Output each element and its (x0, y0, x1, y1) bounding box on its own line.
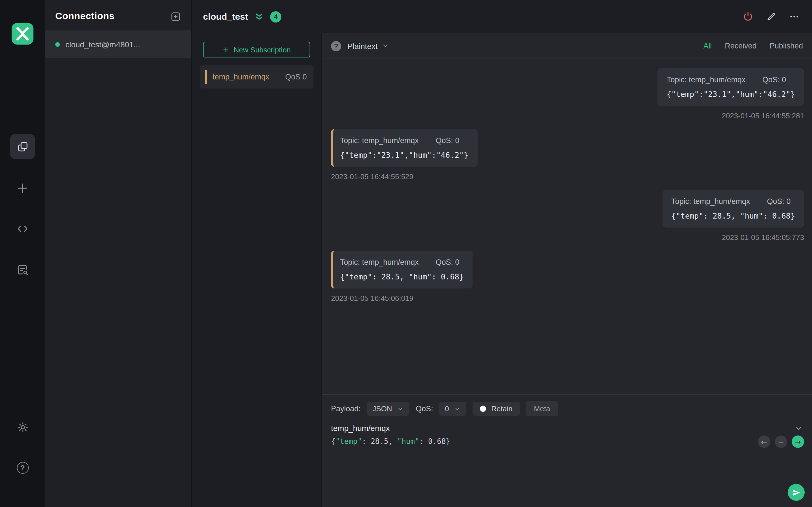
message-received: Topic: temp_hum/emqxQoS: 0{"temp":"23.1"… (331, 129, 804, 181)
send-button[interactable] (788, 484, 805, 501)
message-topic: Topic: temp_hum/emqx (671, 197, 750, 206)
power-icon (743, 11, 753, 22)
connections-icon (10, 134, 35, 159)
message-bubble[interactable]: Topic: temp_hum/emqxQoS: 0{"temp": 28.5,… (662, 190, 804, 228)
subscription-color-bar (205, 70, 207, 84)
message-qos: QoS: 0 (762, 75, 786, 84)
message-timestamp: 2023-01-05 16:44:55:281 (722, 112, 804, 120)
message-filters: AllReceivedPublished (703, 42, 803, 50)
chevron-down-icon (397, 405, 404, 412)
connection-name: cloud_test@m4801... (65, 40, 140, 49)
plus-square-icon (170, 11, 181, 22)
qos-label: QoS: (416, 404, 433, 413)
main-panel: cloud_test 4 Ne (192, 0, 812, 507)
add-connection-button[interactable] (170, 11, 181, 22)
message-qos: QoS: 0 (767, 197, 791, 206)
message-timestamp: 2023-01-05 16:45:06:019 (331, 294, 413, 302)
message-payload: {"temp": 28.5, "hum": 0.68} (671, 211, 795, 220)
connections-panel: Connections cloud_test@m4801... (45, 0, 192, 507)
payload-editor-content[interactable]: {"temp": 28.5, "hum": 0.68} (331, 437, 803, 446)
more-options-button[interactable] (789, 11, 800, 22)
filter-received[interactable]: Received (725, 42, 757, 50)
retain-toggle[interactable]: Retain (472, 402, 520, 416)
settings-gear-icon (17, 421, 29, 433)
connection-status-dot (55, 42, 60, 47)
history-prev-button[interactable]: ← (758, 436, 770, 448)
pencil-icon (766, 12, 776, 21)
subscription-topic: temp_hum/emqx (213, 73, 269, 81)
retain-dot-icon (480, 406, 486, 412)
payload-format-dropdown[interactable]: Plaintext (347, 41, 389, 50)
connection-header: cloud_test 4 (192, 0, 812, 33)
publish-panel: Payload: JSON QoS: 0 Retain (322, 394, 812, 507)
nav-new-connection[interactable] (0, 181, 45, 195)
connection-list: cloud_test@m4801... (45, 31, 191, 58)
message-bubble[interactable]: Topic: temp_hum/emqxQoS: 0{"temp": 28.5,… (331, 251, 473, 288)
message-payload: {"temp": 28.5, "hum": 0.68} (340, 272, 464, 281)
message-topic: Topic: temp_hum/emqx (667, 75, 746, 84)
plus-icon (16, 182, 29, 194)
message-count-badge: 4 (270, 11, 282, 22)
nav-script[interactable] (0, 222, 45, 235)
payload-help-icon[interactable]: ? (331, 41, 341, 51)
message-received: Topic: temp_hum/emqxQoS: 0{"temp": 28.5,… (331, 251, 804, 302)
mqttx-window: ? Connections cloud_test@m4801... cloud_… (0, 0, 812, 507)
filter-published[interactable]: Published (769, 42, 803, 50)
message-topic: Topic: temp_hum/emqx (340, 136, 419, 145)
message-topic: Topic: temp_hum/emqx (340, 258, 419, 267)
message-bubble[interactable]: Topic: temp_hum/emqxQoS: 0{"temp":"23.1"… (331, 129, 477, 167)
messages-area: ? Plaintext AllReceivedPublished Topic: … (322, 33, 812, 507)
payload-history-controls: ← − → (758, 436, 804, 448)
message-list: Topic: temp_hum/emqxQoS: 0{"temp":"23.1"… (322, 59, 812, 394)
subscriptions-column: New Subscription temp_hum/emqxQoS 0 (192, 33, 322, 507)
message-qos: QoS: 0 (436, 136, 459, 145)
message-published: Topic: temp_hum/emqxQoS: 0{"temp": 28.5,… (331, 190, 804, 242)
plus-icon (222, 46, 230, 53)
payload-label: Payload: (331, 404, 361, 413)
disconnect-button[interactable] (743, 11, 753, 22)
app-logo (0, 21, 45, 46)
code-icon (16, 223, 29, 235)
payload-format-select[interactable]: JSON (367, 402, 409, 416)
subscription-qos: QoS 0 (285, 73, 307, 81)
connection-title: cloud_test (203, 11, 248, 22)
filter-all[interactable]: All (703, 42, 712, 50)
message-payload: {"temp":"23.1","hum":"46.2"} (667, 90, 795, 99)
message-bubble[interactable]: Topic: temp_hum/emqxQoS: 0{"temp":"23.1"… (658, 68, 804, 106)
subscription-item[interactable]: temp_hum/emqxQoS 0 (200, 65, 313, 89)
icon-rail: ? (0, 0, 45, 507)
meta-button[interactable]: Meta (526, 401, 558, 416)
connections-title: Connections (55, 11, 114, 22)
qos-select[interactable]: 0 (439, 402, 466, 416)
nav-log[interactable] (0, 263, 45, 277)
subscription-list: temp_hum/emqxQoS 0 (192, 65, 321, 89)
topic-input[interactable]: temp_hum/emqx (331, 424, 390, 433)
nav-help[interactable]: ? (0, 461, 45, 474)
paper-plane-icon (792, 488, 801, 497)
message-timestamp: 2023-01-05 16:45:05:773 (722, 233, 804, 242)
nav-settings[interactable] (0, 420, 45, 434)
chevron-down-icon (382, 42, 389, 50)
history-delete-button[interactable]: − (775, 436, 787, 448)
message-published: Topic: temp_hum/emqxQoS: 0{"temp":"23.1"… (331, 68, 804, 120)
mqttx-x-logo (11, 22, 35, 46)
publish-toolbar: Payload: JSON QoS: 0 Retain (331, 395, 803, 416)
messages-toolbar: ? Plaintext AllReceivedPublished (322, 33, 812, 59)
message-payload: {"temp":"23.1","hum":"46.2"} (340, 151, 468, 159)
message-qos: QoS: 0 (436, 258, 459, 267)
new-subscription-button[interactable]: New Subscription (203, 42, 310, 57)
log-icon (16, 264, 29, 276)
history-next-button[interactable]: → (792, 436, 804, 448)
message-timestamp: 2023-01-05 16:44:55:529 (331, 172, 413, 181)
chevron-down-icon (454, 405, 461, 412)
collapse-editor-chevron-icon[interactable] (795, 424, 803, 432)
help-icon: ? (17, 462, 29, 473)
edit-connection-button[interactable] (766, 12, 776, 21)
ellipsis-icon (789, 11, 800, 22)
connection-item[interactable]: cloud_test@m4801... (45, 31, 191, 58)
double-chevron-down-icon (254, 12, 264, 21)
nav-connections[interactable] (0, 134, 45, 159)
collapse-panel-button[interactable] (254, 12, 264, 21)
